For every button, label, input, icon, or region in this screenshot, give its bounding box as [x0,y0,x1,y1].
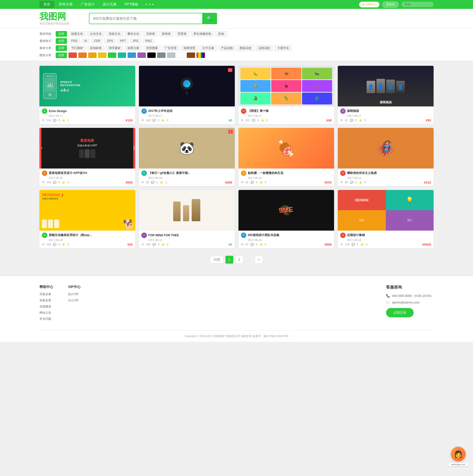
category-tag-4[interactable]: 效果元素 [125,45,142,51]
nav-design-elements[interactable]: 设计元素 [99,1,120,8]
category-tag-3[interactable]: 漂浮素材 [106,45,123,51]
login-button[interactable]: 请登录 [382,1,399,8]
category-tag-10[interactable]: 图标花纹 [237,45,254,51]
style-tag-8[interactable]: 养生保健挂画 [191,31,214,37]
style-tag-4[interactable]: 餐饮文化 [125,31,142,37]
color-amber[interactable] [88,52,97,58]
category-tag-5[interactable]: 背景图案 [143,45,161,51]
chat-button[interactable]: 点我交谈 [386,308,414,317]
format-filter-row: 素材格式： 全部 PSD AI CDR EPS PPT JPG PNG [39,38,434,44]
card-7-title: 贴秋膘，一枚慢慢的肉五花 [248,171,283,175]
nav-home[interactable]: 首页 [39,1,54,8]
color-brown[interactable] [187,52,195,58]
category-tag-7[interactable]: 电商背景 [181,45,198,51]
category-tag-1[interactable]: 节日素材 [68,45,86,51]
category-tag-11[interactable]: 边框花纹 [256,45,273,51]
card-6-title: 【每日一gif合集11】滚滚中国... [148,171,190,175]
card-9-title: 宠物互动健身应用设计（附aep... [49,233,92,237]
main-search-input[interactable] [89,14,202,23]
nav-ppt[interactable]: PPT模板 [121,1,142,8]
color-purple[interactable] [137,52,146,58]
card-8[interactable]: 🕷️ 🦸 U 暧昧侠的存在主义焦虑 2017-08-16 👁85 💬0 ⭐0 ¥… [338,128,434,186]
style-tag-5[interactable]: 无框画 [143,31,158,37]
color-gray[interactable] [157,52,166,58]
top-search-input[interactable] [402,2,434,7]
style-tag-7[interactable]: 背景墙 [175,31,189,37]
format-tag-psd[interactable]: PSD [68,38,80,43]
color-black[interactable] [147,52,156,58]
footer-link-buyer[interactable]: 买家必看 [39,292,53,296]
card-3-date: 2017-08-17 [248,114,332,117]
page-1-btn[interactable]: 1 [225,256,233,264]
card-8-price: ¥222 [424,181,431,184]
logo[interactable]: 我图网 专注正版设计作品品交易 [39,12,69,25]
page-2-btn[interactable]: 2 [235,256,243,264]
card-5-price: ¥666 [126,181,133,184]
card-1-price: ¥100 [126,119,133,122]
footer-link-recharge[interactable]: 充值概述 [39,305,53,309]
color-white[interactable] [177,52,185,58]
format-tag-cdr[interactable]: CDR [91,38,103,43]
color-green[interactable] [108,52,116,58]
style-tag-all[interactable]: 全部 [56,31,67,37]
style-tag-6[interactable]: 装饰画 [159,31,173,37]
card-4-info: U 极限挑战 2017-08-17 👁62 💬0 ⭐0 ¥55 [338,106,434,124]
format-tag-all[interactable]: 全部 [56,38,67,44]
card-3-image: 🐛 🦋 🐜 🐝 🐞 🦗 🐊 🦎 🐉 [238,66,334,106]
card-3-price: ¥88 [326,119,332,122]
footer-link-design-vip[interactable]: 设计VIP [68,292,81,296]
card-3[interactable]: 🐛 🦋 🐜 🐝 🐞 🦗 🐊 🦎 🐉 U 【萌宠】第十辑 2017-08-17 👁… [238,66,334,124]
footer-link-faq[interactable]: 常见问题 [39,317,53,321]
style-tag-2[interactable]: 企业文化 [87,31,104,37]
format-tag-ai[interactable]: AI [82,38,90,43]
category-tag-all[interactable]: 全部 [56,45,67,51]
category-tag-8[interactable]: 文字元素 [200,45,217,51]
vip-center-button[interactable]: ♛ VIP中心 [359,2,379,7]
card-6[interactable]: 🐼 1 U 【每日一gif合集11】滚滚中国... 2017-08-16 👁99… [139,128,235,186]
card-11[interactable]: 9ME 🎨 U 360游戏设计团队作品集 2017-08-16 👁97 💬0 ⭐… [238,190,334,248]
card-1[interactable]: SPEECH REcognitiOn E Echo [39,66,135,124]
color-light-gray[interactable] [167,52,175,58]
format-tag-png[interactable]: PNG [143,38,154,43]
card-12[interactable]: DESIGN 💡 创意 设计 U 近期设计集锦 2017-08-18 👁178 … [338,190,434,248]
page-next-btn[interactable]: > [255,256,263,264]
category-tag-9[interactable]: 产品实物 [218,45,236,51]
style-tag-3[interactable]: 党政文化 [106,31,123,37]
color-red[interactable] [68,52,77,58]
logo-text: 我图网 [39,12,69,22]
card-12-info: U 近期设计集锦 2017-08-18 👁178 💬0 ⭐0 ¥5000 [338,231,434,248]
card-10-image [139,190,235,231]
category-tag-2[interactable]: 促销标签 [87,45,104,51]
color-rainbow[interactable] [197,52,205,58]
color-teal[interactable] [118,52,126,58]
footer-link-office-vip[interactable]: 办公VIP [68,298,81,303]
color-all-tag[interactable]: 全部 [56,52,67,58]
card-9[interactable]: PETGOGO ❯ 宠物互动健身应用 🐕 U 宠物互动健身应用设计（附aep..… [39,190,135,248]
category-tag-12[interactable]: 卡通手绘 [274,45,292,51]
card-4[interactable]: 👤 👤 👤 👤 极限挑战 U 极限挑战 2017-08-17 👁62 💬0 ⭐0 [338,66,434,124]
nav-more-dots[interactable]: • • • [143,1,157,8]
crown-icon: ♛ [362,3,365,6]
footer-link-seller[interactable]: 卖家必看 [39,298,53,303]
card-5[interactable]: B E R M A L 垂直电商 快速分析设计APP [39,128,135,186]
search-button[interactable]: 🔍 [202,13,217,24]
footer-copyright: Copyright © 2002-2011 某某素材下载有限公司 版权所有 备案… [39,330,434,338]
color-blue[interactable] [128,52,136,58]
nav-ad-design[interactable]: 广告设计 [77,1,98,8]
card-8-title: 暧昧侠的存在主义焦虑 [347,171,377,175]
card-2[interactable]: 📱 1 U 2017年上半年总结 2017-08-17 👁188 💬0 ⭐0 ¥… [139,66,235,124]
format-tag-eps[interactable]: EPS [104,38,116,43]
format-tag-jpg[interactable]: JPG [130,38,141,43]
style-tag-9[interactable]: 其他 [215,31,227,37]
card-10-price: ¥0 [229,243,232,246]
card-7[interactable]: 🍖 U 贴秋膘，一枚慢慢的肉五花 2017-08-16 👁85 💬0 ⭐0 ¥5… [238,128,334,186]
color-yellow[interactable] [98,52,106,58]
format-tag-ppt[interactable]: PPT [117,38,128,43]
footer-link-announcement[interactable]: 网站公告 [39,311,53,315]
nav-all-categories[interactable]: 所有分类 [55,1,76,8]
card-10[interactable]: U FOR WIND FOR THEE 2017-08-16 👁158 💬0 ⭐… [139,190,235,248]
style-filter-label: 素材风格： [39,32,54,36]
category-tag-6[interactable]: 广告背景 [162,45,179,51]
style-tag-1[interactable]: 校园文化 [68,31,86,37]
color-orange[interactable] [78,52,87,58]
